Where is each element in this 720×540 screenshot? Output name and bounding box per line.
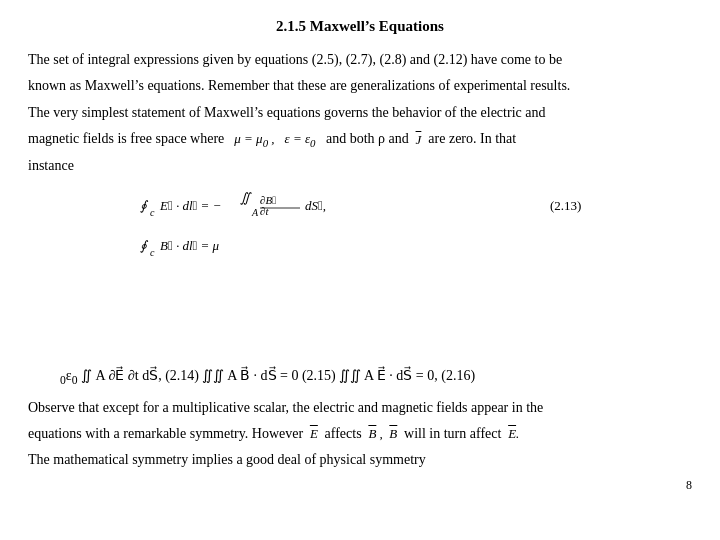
svg-text:∂t: ∂t <box>260 205 269 217</box>
paragraph-1: The set of integral expressions given by… <box>28 49 692 71</box>
paragraph-4: magnetic fields is free space where μ = … <box>28 128 692 151</box>
formula-affects-2: B , B <box>365 424 400 445</box>
svg-text:∮: ∮ <box>140 198 149 213</box>
svg-text:B⃗ · dl⃗ = μ: B⃗ · dl⃗ = μ <box>160 238 220 253</box>
section-title: 2.1.5 Maxwell’s Equations <box>28 18 692 35</box>
svg-text:∮: ∮ <box>140 238 149 253</box>
paragraph-8: The mathematical symmetry implies a good… <box>28 449 692 471</box>
svg-text:(2.13): (2.13) <box>550 198 581 213</box>
page-number: 8 <box>28 478 692 493</box>
svg-text:c: c <box>150 247 155 258</box>
svg-text:c: c <box>150 207 155 218</box>
equations-block: ∮ c E⃗ · dl⃗ = − ∬ A ∂B⃗ ∂t dS⃗, (2.13) … <box>60 188 660 387</box>
paragraph-3: The very simplest statement of Maxwell’s… <box>28 102 692 124</box>
svg-text:∬: ∬ <box>240 190 252 205</box>
paragraph-2: known as Maxwell’s equations. Remember t… <box>28 75 692 97</box>
formula-affects-3: E. <box>505 424 519 445</box>
formula-eps-eq: ε = ε0 <box>285 129 316 152</box>
formula-j-vec: J <box>412 130 421 151</box>
formula-mu-eq: μ = μ0 , <box>228 129 281 152</box>
paragraph-5: instance <box>28 155 692 177</box>
formula-affects-1: E <box>307 424 321 445</box>
page-content: 2.1.5 Maxwell’s Equations The set of int… <box>0 0 720 503</box>
equations-svg: ∮ c E⃗ · dl⃗ = − ∬ A ∂B⃗ ∂t dS⃗, (2.13) … <box>60 188 660 363</box>
svg-text:dS⃗,: dS⃗, <box>305 198 326 213</box>
svg-text:E⃗ · dl⃗ = −: E⃗ · dl⃗ = − <box>159 198 221 213</box>
svg-text:A: A <box>251 207 259 218</box>
paragraph-7: equations with a remarkable symmetry. Ho… <box>28 423 692 445</box>
paragraph-6: Observe that except for a multiplicative… <box>28 397 692 419</box>
